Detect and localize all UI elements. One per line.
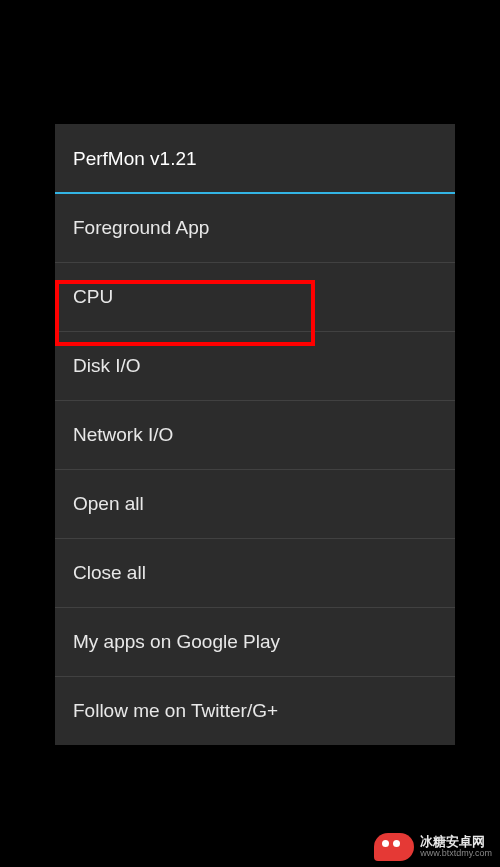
- menu-item-disk-io[interactable]: Disk I/O: [55, 332, 455, 401]
- menu-list: Foreground App CPU Disk I/O Network I/O …: [55, 194, 455, 745]
- dialog-title: PerfMon v1.21: [55, 124, 455, 192]
- menu-item-cpu[interactable]: CPU: [55, 263, 455, 332]
- menu-item-close-all[interactable]: Close all: [55, 539, 455, 608]
- menu-item-foreground-app[interactable]: Foreground App: [55, 194, 455, 263]
- menu-item-network-io[interactable]: Network I/O: [55, 401, 455, 470]
- watermark-logo-icon: [374, 833, 414, 861]
- menu-item-twitter[interactable]: Follow me on Twitter/G+: [55, 677, 455, 745]
- menu-dialog: PerfMon v1.21 Foreground App CPU Disk I/…: [55, 124, 455, 745]
- menu-item-google-play[interactable]: My apps on Google Play: [55, 608, 455, 677]
- watermark-name: 冰糖安卓网: [420, 835, 492, 849]
- watermark-url: www.btxtdmy.com: [420, 849, 492, 859]
- watermark: 冰糖安卓网 www.btxtdmy.com: [374, 833, 492, 861]
- watermark-text: 冰糖安卓网 www.btxtdmy.com: [420, 835, 492, 859]
- menu-item-open-all[interactable]: Open all: [55, 470, 455, 539]
